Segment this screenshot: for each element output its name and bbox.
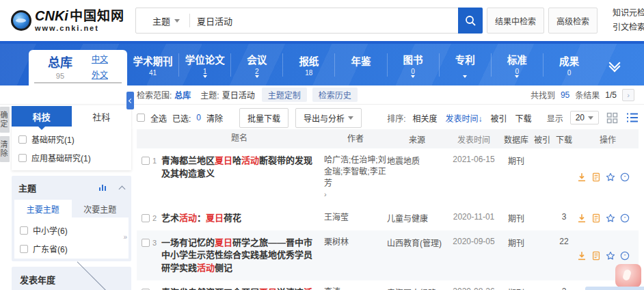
search-history-tag[interactable]: 检索历史: [312, 88, 358, 102]
quote-icon[interactable]: ”: [620, 172, 630, 182]
read-icon[interactable]: [591, 213, 601, 223]
confirm-button[interactable]: 确定: [0, 107, 10, 133]
row-checkbox[interactable]: [142, 239, 150, 247]
scope-value[interactable]: 总库: [174, 89, 191, 101]
filter-checkbox-item[interactable]: 基础研究(1): [18, 133, 124, 145]
checkbox-icon[interactable]: [18, 154, 27, 162]
select-all-checkbox[interactable]: [137, 114, 145, 122]
list-view-icon[interactable]: [626, 112, 639, 124]
select-all-label[interactable]: 全选: [150, 112, 167, 124]
read-icon[interactable]: [591, 251, 601, 261]
sort-option-4[interactable]: 下载: [515, 112, 532, 124]
foreign-link[interactable]: 外文: [92, 68, 108, 80]
svg-text:”: ”: [624, 253, 626, 259]
expand-authors-icon[interactable]: ›: [324, 189, 387, 200]
nav-item-1[interactable]: 学术期刊41: [127, 53, 178, 77]
advanced-search-button[interactable]: 高级检索: [548, 8, 598, 34]
topic-checkbox-item[interactable]: 广东省(6): [20, 243, 123, 254]
tab-total-library[interactable]: 总库 95 中文 外文: [29, 50, 127, 85]
nav-item-label: 年鉴: [351, 53, 371, 68]
next-page-button[interactable]: ›: [622, 89, 634, 101]
sidebar-collapse-button[interactable]: [126, 92, 134, 109]
search-button[interactable]: [458, 8, 483, 34]
checkbox-icon[interactable]: [20, 245, 28, 253]
cnki-logo[interactable]: CNKi中国知网 www.cnki.net: [11, 9, 135, 32]
table-row: 3一场有记忆的夏日研学之旅——晋中市中小学生示范性综合实践基地优秀学员研学实践活…: [137, 230, 639, 281]
checkbox-icon[interactable]: [20, 226, 28, 235]
search-field-dropdown[interactable]: 主题: [136, 14, 189, 27]
source-link[interactable]: 山西教育(管理): [387, 237, 447, 276]
nav-item-8[interactable]: 标准0: [491, 53, 543, 77]
nav-item-7[interactable]: 专利: [439, 53, 491, 77]
row-checkbox[interactable]: [142, 214, 150, 222]
batch-download-button[interactable]: 批量下载: [239, 108, 289, 128]
nav-item-count: 41: [149, 69, 157, 77]
side-section-1[interactable]: 发表年度: [12, 267, 131, 290]
nav-item-9[interactable]: 成果0: [543, 53, 595, 77]
publish-date: 2020-08-26: [447, 287, 500, 290]
page-size-dropdown[interactable]: 20: [570, 111, 599, 124]
nav-item-4[interactable]: 报纸18: [282, 53, 334, 77]
nav-item-5[interactable]: 年鉴: [334, 53, 386, 77]
authors-cell[interactable]: 哈广浩;任治坤;刘金瑞;李智敏;李正芳›: [324, 155, 387, 200]
highlighted-keyword: 夏日: [215, 237, 232, 248]
cited-count: [532, 237, 552, 276]
source-link[interactable]: 地震地质: [387, 155, 447, 200]
header-links: 知识元检索> 引文检索>: [613, 6, 644, 35]
authors-cell[interactable]: 王海莹: [324, 212, 387, 225]
read-icon[interactable]: [591, 172, 601, 182]
grid-view-icon[interactable]: [606, 112, 619, 124]
download-icon[interactable]: [577, 251, 587, 261]
chevron-down-icon: [411, 75, 415, 78]
topic-customize-tag[interactable]: 主题定制: [262, 88, 307, 102]
clear-filters-button[interactable]: 清除: [0, 136, 10, 162]
authors-cell[interactable]: 栗树林: [324, 237, 387, 276]
sort-option-3[interactable]: 被引: [491, 112, 507, 124]
chevron-down-icon: [463, 75, 467, 78]
topic-section-header[interactable]: 主题: [12, 176, 131, 200]
sort-option-1[interactable]: 相关度: [413, 112, 438, 124]
quote-icon[interactable]: ”: [620, 213, 630, 223]
nav-item-3[interactable]: 会议2: [230, 53, 282, 77]
search-input[interactable]: [190, 16, 459, 26]
source-link[interactable]: 儿童与健康: [387, 212, 447, 225]
result-title-link[interactable]: 艺术活动：夏日荷花: [161, 212, 324, 225]
topic-tab-1[interactable]: 主要主题: [14, 200, 72, 218]
favorite-icon[interactable]: [606, 251, 615, 261]
nav-expand-button[interactable]: [595, 44, 634, 85]
export-analyze-button[interactable]: 导出与分析: [295, 108, 362, 128]
filter-tab-2[interactable]: 社科: [72, 106, 132, 127]
title-text: 一场有记忆的: [161, 237, 215, 248]
filter-tab-1[interactable]: 科技: [12, 106, 72, 127]
quote-icon[interactable]: ”: [620, 251, 630, 261]
citation-search-link[interactable]: 引文检索>: [613, 21, 644, 35]
download-icon[interactable]: [577, 213, 587, 223]
filter-checkbox-item[interactable]: 应用基础研究(1): [18, 152, 124, 163]
service-widget[interactable]: [615, 264, 641, 287]
authors-cell[interactable]: 李涛: [324, 287, 387, 290]
total-library-label: 总库: [48, 53, 72, 70]
nav-item-2[interactable]: 学位论文1: [178, 53, 230, 77]
topic-checkbox-item[interactable]: 中小学(6): [20, 224, 123, 236]
row-checkbox[interactable]: [142, 157, 150, 165]
nav-items: 学术期刊41学位论文1会议2报纸18年鉴图书0专利标准0成果0: [127, 44, 595, 85]
search-in-results-button[interactable]: 结果中检索: [487, 8, 544, 34]
favorite-icon[interactable]: [606, 213, 615, 223]
bar-chart-icon[interactable]: [99, 185, 107, 191]
search-icon: [465, 15, 477, 27]
chinese-link[interactable]: 中文: [92, 53, 108, 64]
topic-more-icon[interactable]: »: [123, 233, 127, 241]
download-icon[interactable]: [577, 172, 587, 182]
sort-option-2[interactable]: 发表时间↓: [446, 112, 483, 124]
checkbox-icon[interactable]: [18, 135, 27, 144]
topic-tab-2[interactable]: 次要主题: [72, 200, 129, 218]
clear-selection-button[interactable]: 清除: [206, 112, 223, 124]
filter-tabs: 科技社科: [12, 106, 131, 127]
favorite-icon[interactable]: [606, 172, 615, 182]
result-title-link[interactable]: 一场有记忆的夏日研学之旅——晋中市中小学生示范性综合实践基地优秀学员研学实践活动…: [161, 237, 324, 276]
knowledge-search-link[interactable]: 知识元检索>: [613, 6, 644, 21]
source-link[interactable]: 青海国土经略: [387, 287, 447, 290]
result-title-link[interactable]: 青海省自然资源工会开展夏日送清凉活动: [161, 287, 324, 290]
nav-item-6[interactable]: 图书0: [387, 53, 439, 77]
result-title-link[interactable]: 青海都兰地区夏日哈活动断裂带的发现及其构造意义: [161, 155, 324, 200]
